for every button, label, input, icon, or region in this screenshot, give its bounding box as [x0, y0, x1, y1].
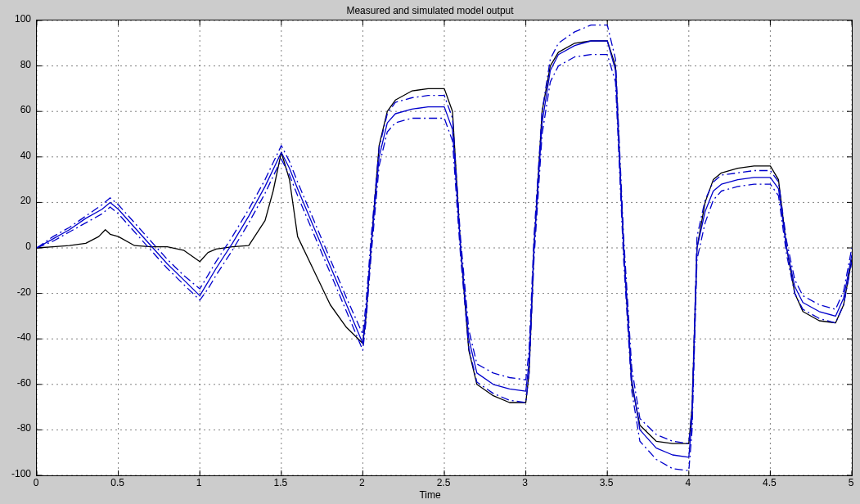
x-axis-label: Time	[0, 489, 860, 501]
x-tick-label: 0.5	[101, 477, 134, 488]
y-tick-label: 80	[0, 59, 31, 70]
x-tick-label: 3.5	[590, 477, 623, 488]
y-tick-label: -80	[0, 422, 31, 434]
chart-canvas	[37, 20, 852, 475]
x-tick-label: 0	[20, 477, 52, 488]
y-tick-label: -40	[0, 331, 31, 343]
x-tick-label: 4.5	[753, 477, 786, 488]
y-tick-label: -20	[0, 286, 31, 298]
y-tick-label: 20	[0, 195, 31, 206]
x-tick-label: 3	[509, 477, 542, 488]
chart-title: Measured and simulated model output	[0, 5, 860, 16]
y-tick-label: 60	[0, 104, 31, 115]
x-tick-label: 5	[835, 477, 860, 488]
y-tick-label: -60	[0, 377, 31, 389]
plot-area[interactable]	[36, 20, 853, 476]
figure-window: Measured and simulated model output -100…	[0, 0, 860, 504]
y-tick-label: 40	[0, 150, 31, 161]
x-tick-label: 2.5	[427, 477, 460, 488]
y-tick-label: 0	[0, 241, 31, 252]
x-tick-label: 1.5	[264, 477, 297, 488]
x-tick-label: 1	[182, 477, 215, 488]
y-tick-label: 100	[0, 13, 31, 25]
x-tick-label: 2	[345, 477, 378, 488]
x-tick-label: 4	[672, 477, 705, 488]
